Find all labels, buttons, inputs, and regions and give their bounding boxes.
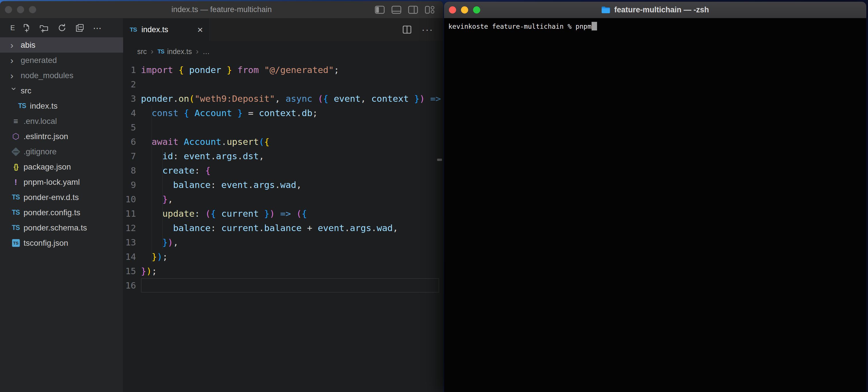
json-file-icon: {}	[10, 163, 21, 171]
explorer-file-list: ›abis›generated›node_modules›srcTSindex.…	[0, 37, 123, 251]
ts-file-icon: TS	[10, 193, 21, 201]
line-number: 1	[123, 63, 136, 77]
editor-group: TS index.ts × ··· src › TS index.ts	[123, 19, 443, 392]
chevron-collapsed-icon: ›	[10, 40, 21, 50]
file-label: pnpm-lock.yaml	[24, 177, 80, 187]
zoom-window-button[interactable]	[473, 6, 480, 13]
chevron-collapsed-icon: ›	[10, 56, 21, 65]
line-number: 15	[123, 264, 136, 278]
current-line-highlight	[141, 278, 439, 292]
tsconfig-file-icon: TS	[10, 239, 21, 247]
code-line-7: 7 id: event.args.dst,	[123, 149, 443, 163]
code-line-12: 12 balance: current.balance + event.args…	[123, 221, 443, 235]
tab-label: index.ts	[142, 25, 168, 34]
sidebar-folder-src[interactable]: ›src	[0, 83, 123, 98]
code-line-14: 14 });	[123, 249, 443, 264]
line-number: 16	[123, 278, 136, 292]
titlebar-layout-controls	[375, 1, 435, 18]
sidebar-file-pnpm-lock-yaml[interactable]: !pnpm-lock.yaml	[0, 174, 123, 190]
sidebar-file-package-json[interactable]: {}package.json	[0, 159, 123, 174]
code-line-4: 4 const { Account } = context.db;	[123, 106, 443, 120]
folder-icon	[601, 6, 610, 13]
code-line-3: 3ponder.on("weth9:Deposit", async ({ eve…	[123, 91, 443, 106]
editor-more-actions-icon[interactable]: ···	[422, 24, 433, 35]
terminal-title: feature-multichain — -zsh	[601, 5, 709, 15]
code-line-5: 5	[123, 120, 443, 135]
code-line-13: 13 }),	[123, 235, 443, 249]
sidebar-file-ponder-config-ts[interactable]: TSponder.config.ts	[0, 205, 123, 220]
vscode-window: index.ts — feature-multichain E	[0, 1, 443, 392]
editor-actions: ···	[403, 19, 433, 41]
new-file-icon[interactable]	[21, 23, 32, 33]
file-label: tsconfig.json	[24, 239, 68, 248]
sidebar-folder-generated[interactable]: ›generated	[0, 53, 123, 68]
breadcrumb: src › TS index.ts › …	[123, 41, 443, 62]
sidebar-file-eslintrc-json[interactable]: ⬡.eslintrc.json	[0, 129, 123, 144]
line-number: 14	[123, 249, 136, 264]
file-label: ponder.config.ts	[24, 208, 81, 217]
code-line-6: 6 await Account.upsert({	[123, 135, 443, 149]
toggle-secondary-sidebar-icon[interactable]	[408, 6, 418, 14]
code-line-1: 1import { ponder } from "@/generated";	[123, 63, 443, 77]
line-number: 12	[123, 221, 136, 235]
breadcrumb-folder[interactable]: src	[137, 48, 147, 56]
toggle-primary-sidebar-icon[interactable]	[375, 6, 384, 14]
new-folder-icon[interactable]	[39, 23, 50, 33]
ts-file-icon: TS	[10, 224, 21, 232]
yaml-file-icon: !	[10, 177, 21, 187]
explorer-sidebar: E ⋯ ›abis›generated	[0, 19, 123, 392]
terminal-prompt-line: kevinkoste feature-multichain % pnpm	[448, 21, 866, 32]
vscode-titlebar[interactable]: index.ts — feature-multichain	[0, 1, 443, 19]
git-file-icon	[10, 148, 21, 155]
file-label: src	[21, 86, 31, 95]
sidebar-file-ponder-schema-ts[interactable]: TSponder.schema.ts	[0, 220, 123, 235]
line-number: 11	[123, 206, 136, 221]
close-window-button[interactable]	[449, 6, 456, 13]
customize-layout-icon[interactable]	[425, 5, 435, 14]
terminal-content[interactable]: kevinkoste feature-multichain % pnpm	[444, 19, 866, 392]
line-number: 10	[123, 192, 136, 206]
sidebar-file-index-ts[interactable]: TSindex.ts	[0, 98, 123, 114]
explorer-more-actions-icon[interactable]: ⋯	[92, 23, 103, 33]
terminal-titlebar[interactable]: feature-multichain — -zsh	[444, 2, 866, 19]
terminal-cursor	[592, 22, 597, 30]
sidebar-file-ponder-env-d-ts[interactable]: TSponder-env.d.ts	[0, 190, 123, 205]
split-editor-icon[interactable]	[403, 26, 411, 34]
code-line-8: 8 create: {	[123, 163, 443, 177]
tab-index-ts[interactable]: TS index.ts ×	[123, 19, 210, 41]
collapse-folders-icon[interactable]	[74, 23, 85, 33]
file-label: index.ts	[30, 102, 58, 111]
file-label: package.json	[24, 162, 71, 172]
sidebar-folder-abis[interactable]: ›abis	[0, 37, 123, 53]
code-editor[interactable]: 1import { ponder } from "@/generated";23…	[123, 62, 443, 392]
typescript-file-icon: TS	[158, 48, 164, 55]
explorer-actions: ⋯	[21, 23, 103, 33]
sidebar-file-tsconfig-json[interactable]: TStsconfig.json	[0, 235, 123, 251]
tab-bar: TS index.ts × ···	[123, 19, 443, 41]
file-label: generated	[21, 56, 57, 65]
sidebar-file-gitignore[interactable]: .gitignore	[0, 144, 123, 159]
file-label: .env.local	[24, 117, 57, 126]
terminal-traffic-lights	[449, 2, 480, 18]
code-line-2: 2	[123, 77, 443, 91]
close-tab-icon[interactable]: ×	[197, 25, 203, 34]
env-file-icon: ≡	[10, 117, 21, 126]
indent-guide	[152, 106, 152, 263]
toggle-panel-icon[interactable]	[392, 6, 401, 14]
line-number: 8	[123, 163, 136, 177]
breadcrumb-file[interactable]: TS index.ts	[158, 48, 192, 56]
refresh-explorer-icon[interactable]	[57, 23, 67, 33]
overview-ruler-cursor-mark	[437, 159, 442, 161]
indent-guide	[162, 149, 163, 249]
code-line-10: 10 },	[123, 192, 443, 206]
eslint-file-icon: ⬡	[10, 132, 21, 141]
code-line-11: 11 update: ({ current }) => ({	[123, 206, 443, 221]
breadcrumb-symbol-ellipsis[interactable]: …	[203, 48, 210, 56]
line-number: 9	[123, 177, 136, 192]
explorer-title: E	[10, 24, 15, 32]
file-label: ponder.schema.ts	[24, 223, 87, 232]
sidebar-file-env-local[interactable]: ≡.env.local	[0, 114, 123, 129]
minimize-window-button[interactable]	[461, 6, 468, 13]
sidebar-folder-node-modules[interactable]: ›node_modules	[0, 68, 123, 83]
line-number: 2	[123, 77, 136, 91]
